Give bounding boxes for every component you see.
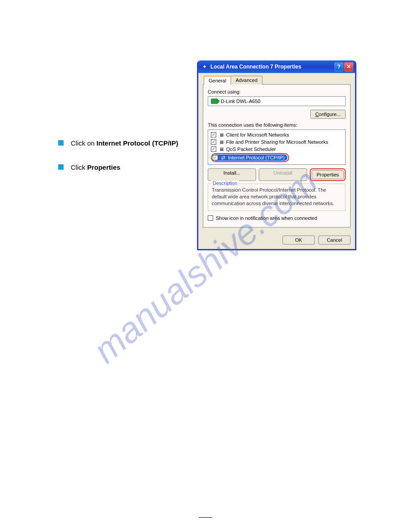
checkbox-icon[interactable]: ✓ — [211, 146, 216, 152]
description-text: Transmission Control Protocol/Internet P… — [212, 187, 342, 207]
tab-panel-general: Connect using: D-Link DWL-A650 Configure… — [203, 84, 351, 227]
list-item-qos[interactable]: ✓ 🖥 QoS Packet Scheduler — [210, 146, 343, 153]
item-tcpip-label: Internet Protocol (TCP/IP) — [228, 155, 285, 160]
show-icon-checkbox[interactable]: ✓ — [208, 215, 213, 221]
bullet-icon — [58, 164, 64, 170]
device-name: D-Link DWL-A650 — [221, 99, 261, 104]
items-listbox[interactable]: ✓ 🖥 Client for Microsoft Networks ✓ 🖥 Fi… — [208, 129, 346, 165]
instruction-2-text: Click Properties — [71, 163, 120, 172]
description-title: Description — [211, 180, 239, 186]
highlight-circle: ✓ ⇄ Internet Protocol (TCP/IP) — [211, 153, 289, 162]
configure-label-rest: onfigure... — [319, 112, 341, 117]
qos-icon: 🖥 — [218, 146, 224, 152]
instruction-list: Click on Internet Protocol (TCP/IP) Clic… — [58, 139, 188, 187]
instr1-bold: Internet Protocol (TCP/IP) — [97, 139, 179, 147]
items-label: This connection uses the following items… — [208, 122, 346, 128]
instr2-bold: Properties — [87, 163, 120, 171]
window-icon: ✦ — [201, 63, 208, 70]
install-button[interactable]: Install... — [208, 168, 256, 181]
properties-dialog: ✦ Local Area Connection 7 Properties ? ✕… — [197, 60, 356, 250]
page-number — [199, 517, 212, 519]
dialog-body: General Advanced Connect using: D-Link D… — [198, 73, 355, 232]
protocol-icon: ⇄ — [220, 154, 226, 161]
help-button[interactable]: ? — [334, 62, 343, 71]
tab-strip: General Advanced — [204, 76, 351, 85]
list-item-tcpip[interactable]: ✓ ⇄ Internet Protocol (TCP/IP) — [213, 154, 287, 161]
properties-button[interactable]: Properties — [312, 170, 344, 179]
checkbox-icon[interactable]: ✓ — [211, 132, 216, 137]
instruction-item-2: Click Properties — [58, 163, 188, 172]
bullet-icon — [58, 140, 64, 146]
instr2-prefix: Click — [71, 163, 87, 171]
list-item-tcpip-wrapper: ✓ ⇄ Internet Protocol (TCP/IP) — [210, 153, 343, 163]
highlight-circle-properties: Properties — [310, 168, 346, 181]
instr1-prefix: Click on — [71, 139, 97, 147]
list-item-fps[interactable]: ✓ 🖥 File and Printer Sharing for Microso… — [210, 138, 343, 146]
show-icon-row[interactable]: ✓ Show icon in notification area when co… — [208, 215, 346, 221]
window-title: Local Area Connection 7 Properties — [210, 64, 334, 70]
client-icon: 🖥 — [218, 132, 224, 138]
item-buttons-row: Install... Uninstall Properties — [208, 168, 346, 181]
item-client-label: Client for Microsoft Networks — [226, 132, 289, 137]
ok-button[interactable]: OK — [283, 236, 315, 245]
checkbox-icon[interactable]: ✓ — [211, 139, 216, 145]
device-field[interactable]: D-Link DWL-A650 — [208, 96, 346, 106]
cancel-button[interactable]: Cancel — [318, 236, 351, 245]
instruction-item-1: Click on Internet Protocol (TCP/IP) — [58, 139, 188, 148]
share-icon: 🖥 — [218, 139, 224, 145]
configure-button[interactable]: Configure... — [310, 110, 346, 119]
connect-using-label: Connect using: — [208, 89, 346, 94]
item-qos-label: QoS Packet Scheduler — [226, 146, 276, 152]
titlebar[interactable]: ✦ Local Area Connection 7 Properties ? ✕ — [198, 60, 355, 73]
list-item-client[interactable]: ✓ 🖥 Client for Microsoft Networks — [210, 131, 343, 138]
tab-general[interactable]: General — [204, 76, 231, 85]
checkbox-icon[interactable]: ✓ — [213, 155, 218, 160]
item-fps-label: File and Printer Sharing for Microsoft N… — [226, 139, 328, 145]
uninstall-button: Uninstall — [259, 168, 307, 181]
description-group: Description Transmission Control Protoco… — [208, 184, 346, 211]
tab-advanced[interactable]: Advanced — [231, 76, 262, 85]
instruction-1-text: Click on Internet Protocol (TCP/IP) — [71, 139, 178, 148]
close-button[interactable]: ✕ — [344, 62, 353, 71]
show-icon-label: Show icon in notification area when conn… — [216, 215, 317, 221]
dialog-footer: OK Cancel — [198, 232, 355, 249]
network-adapter-icon — [211, 99, 218, 104]
